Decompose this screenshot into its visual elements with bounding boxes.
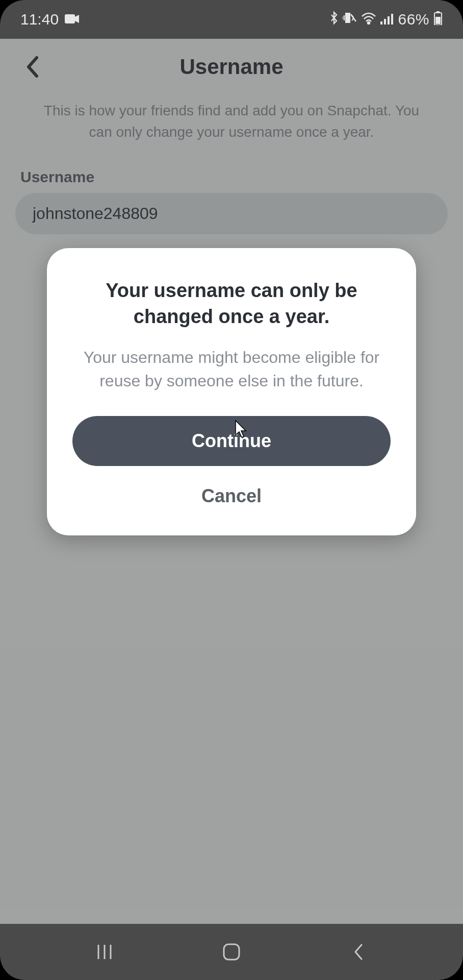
- battery-icon: [433, 11, 443, 29]
- status-right: 66%: [329, 11, 443, 29]
- confirm-dialog: Your username can only be changed once a…: [47, 248, 416, 535]
- cancel-button[interactable]: Cancel: [72, 466, 391, 512]
- dialog-title: Your username can only be changed once a…: [72, 278, 391, 346]
- svg-rect-3: [380, 21, 382, 24]
- status-time: 11:40: [20, 11, 59, 28]
- svg-rect-9: [435, 17, 441, 24]
- video-icon: [65, 11, 80, 28]
- svg-rect-8: [436, 11, 440, 13]
- battery-percent: 66%: [398, 11, 429, 28]
- status-bar: 11:40 66%: [0, 0, 463, 39]
- recents-button[interactable]: [89, 937, 120, 967]
- dialog-body: Your username might become eligible for …: [72, 346, 391, 416]
- svg-rect-0: [65, 14, 75, 23]
- wifi-icon: [361, 11, 376, 28]
- system-nav-bar: [0, 924, 463, 980]
- svg-rect-5: [388, 16, 390, 24]
- home-icon: [221, 942, 242, 962]
- home-button[interactable]: [216, 937, 247, 967]
- svg-rect-13: [224, 944, 239, 960]
- nav-back-icon: [351, 942, 366, 962]
- svg-rect-6: [391, 14, 393, 24]
- svg-rect-4: [384, 19, 386, 24]
- continue-button[interactable]: Continue: [72, 416, 391, 466]
- signal-icon: [380, 11, 394, 28]
- bluetooth-icon: [329, 11, 339, 29]
- page-content: Username This is how your friends find a…: [0, 39, 463, 924]
- svg-point-2: [368, 22, 370, 24]
- vibrate-icon: [343, 11, 357, 28]
- nav-back-button[interactable]: [343, 937, 374, 967]
- recents-icon: [95, 943, 114, 961]
- status-left: 11:40: [20, 11, 80, 28]
